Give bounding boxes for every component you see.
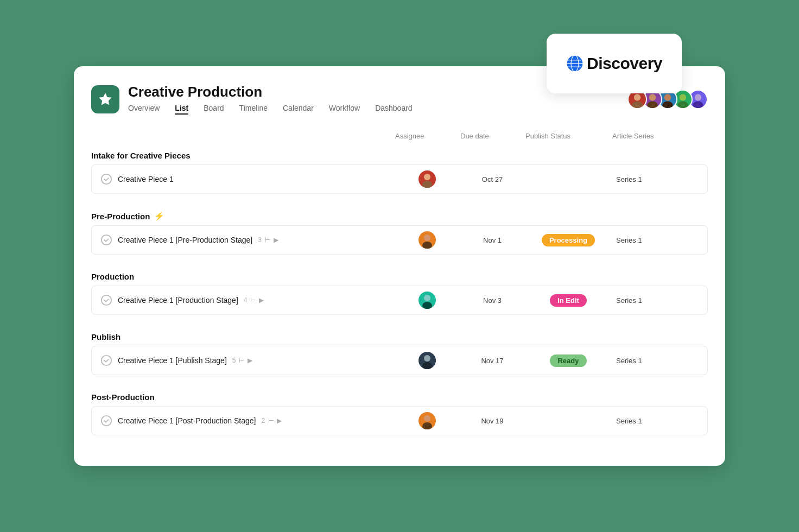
task-name: Creative Piece 1 [Production Stage]: [118, 296, 238, 305]
status-cell: Ready: [525, 354, 612, 367]
svg-point-22: [102, 295, 111, 305]
task-avatar: [418, 170, 436, 188]
check-circle-icon: [100, 415, 112, 427]
article-series-cell: Series 1: [612, 175, 699, 183]
col-header-publish-status: Publish Status: [525, 132, 612, 140]
table-row[interactable]: Creative Piece 1 [Publish Stage] 5 ⊢ ▶ N…: [91, 346, 708, 375]
subtask-icon: ⊢: [265, 236, 270, 244]
section-intake: Intake for Creative Pieces Creative Piec…: [91, 147, 708, 194]
task-meta: 5 ⊢ ▶: [232, 357, 253, 364]
section-post-production: Post-Production Creative Piece 1 [Post-P…: [91, 388, 708, 435]
task-name: Creative Piece 1: [118, 175, 174, 183]
article-series-cell: Series 1: [612, 417, 699, 425]
section-title-production: Production: [91, 268, 708, 286]
nav-tabs: Overview List Board Timeline Calendar Wo…: [128, 104, 627, 115]
section-publish: Publish Creative Piece 1 [Publish Stage]…: [91, 328, 708, 375]
due-date-cell: Nov 19: [460, 417, 525, 425]
play-icon: ▶: [259, 296, 264, 304]
tab-overview[interactable]: Overview: [128, 104, 160, 115]
task-name: Creative Piece 1 [Publish Stage]: [118, 356, 227, 365]
due-date-cell: Nov 17: [460, 357, 525, 365]
play-icon: ▶: [248, 357, 252, 364]
svg-point-18: [422, 181, 432, 188]
col-header-task: [100, 132, 395, 140]
subtask-icon: ⊢: [250, 296, 256, 304]
globe-icon: [566, 55, 584, 72]
svg-point-6: [634, 94, 641, 100]
play-icon: ▶: [274, 236, 278, 244]
tab-list[interactable]: List: [175, 104, 188, 115]
task-avatar: [418, 292, 436, 309]
task-meta: 3 ⊢ ▶: [258, 236, 278, 244]
table-column-headers: Assignee Due date Publish Status Article…: [91, 128, 708, 144]
task-meta: 4 ⊢ ▶: [244, 296, 264, 304]
col-header-due-date: Due date: [460, 132, 525, 140]
svg-point-23: [424, 295, 430, 301]
discovery-text: Discovery: [587, 54, 662, 73]
svg-point-10: [664, 94, 671, 100]
svg-point-29: [424, 415, 430, 422]
task-name-cell: Creative Piece 1 [Post-Production Stage]…: [100, 415, 395, 427]
due-date-cell: Oct 27: [460, 175, 525, 183]
tab-timeline[interactable]: Timeline: [239, 104, 268, 115]
task-avatar: [418, 352, 436, 369]
section-title-publish: Publish: [91, 328, 708, 346]
discovery-logo: Discovery: [566, 54, 662, 73]
table-row[interactable]: Creative Piece 1 [Production Stage] 4 ⊢ …: [91, 286, 708, 315]
svg-point-26: [424, 355, 430, 362]
tab-board[interactable]: Board: [204, 104, 224, 115]
svg-point-28: [102, 416, 111, 426]
check-circle-icon: [100, 294, 112, 306]
svg-point-24: [422, 302, 432, 309]
check-circle-icon: [100, 234, 112, 246]
status-badge: In Edit: [550, 294, 587, 307]
check-circle-icon: [100, 354, 112, 366]
app-icon: [91, 85, 119, 113]
article-series-cell: Series 1: [612, 236, 699, 244]
task-name: Creative Piece 1 [Post-Production Stage]: [118, 416, 256, 425]
svg-point-9: [647, 101, 658, 109]
section-title-intake: Intake for Creative Pieces: [91, 147, 708, 164]
svg-point-21: [422, 242, 432, 249]
table-row[interactable]: Creative Piece 1 [Pre-Production Stage] …: [91, 225, 708, 255]
task-name-cell: Creative Piece 1: [100, 173, 395, 185]
assignee-cell: [395, 412, 460, 429]
play-icon: ▶: [277, 417, 282, 425]
subtask-icon: ⊢: [239, 357, 244, 364]
table-row[interactable]: Creative Piece 1 [Post-Production Stage]…: [91, 406, 708, 435]
svg-point-7: [632, 101, 643, 109]
status-cell: Processing: [525, 234, 612, 246]
tab-calendar[interactable]: Calendar: [283, 104, 314, 115]
task-avatar: [418, 231, 436, 249]
task-meta: 2 ⊢ ▶: [261, 417, 282, 425]
section-title-post-production: Post-Production: [91, 388, 708, 406]
svg-point-13: [677, 101, 688, 109]
svg-point-30: [422, 422, 432, 429]
task-name-cell: Creative Piece 1 [Production Stage] 4 ⊢ …: [100, 294, 395, 306]
col-header-article-series: Article Series: [612, 132, 699, 140]
check-circle-icon: [100, 173, 112, 185]
due-date-cell: Nov 3: [460, 296, 525, 305]
subtask-icon: ⊢: [268, 417, 274, 425]
task-avatar: [418, 412, 436, 429]
tab-workflow[interactable]: Workflow: [329, 104, 360, 115]
table-row[interactable]: Creative Piece 1 Oct 27 Series 1: [91, 164, 708, 194]
section-pre-production: Pre-Production ⚡ Creative Piece 1 [Pre-P…: [91, 207, 708, 255]
section-title-pre-production: Pre-Production ⚡: [91, 207, 708, 225]
svg-point-16: [102, 174, 111, 184]
task-name-cell: Creative Piece 1 [Publish Stage] 5 ⊢ ▶: [100, 354, 395, 366]
subtask-count: 4: [244, 296, 248, 304]
svg-point-14: [695, 94, 701, 100]
status-cell: In Edit: [525, 294, 612, 307]
svg-point-20: [424, 235, 430, 241]
task-name-cell: Creative Piece 1 [Pre-Production Stage] …: [100, 234, 395, 246]
svg-point-27: [422, 362, 432, 369]
assignee-cell: [395, 352, 460, 369]
col-header-assignee: Assignee: [395, 132, 460, 140]
star-icon: [98, 92, 113, 107]
status-badge: Processing: [542, 234, 595, 246]
main-container: Discovery Creative Production Overview L…: [74, 66, 725, 466]
svg-point-17: [424, 174, 430, 180]
tab-dashboard[interactable]: Dashboard: [375, 104, 413, 115]
subtask-count: 5: [232, 357, 236, 364]
